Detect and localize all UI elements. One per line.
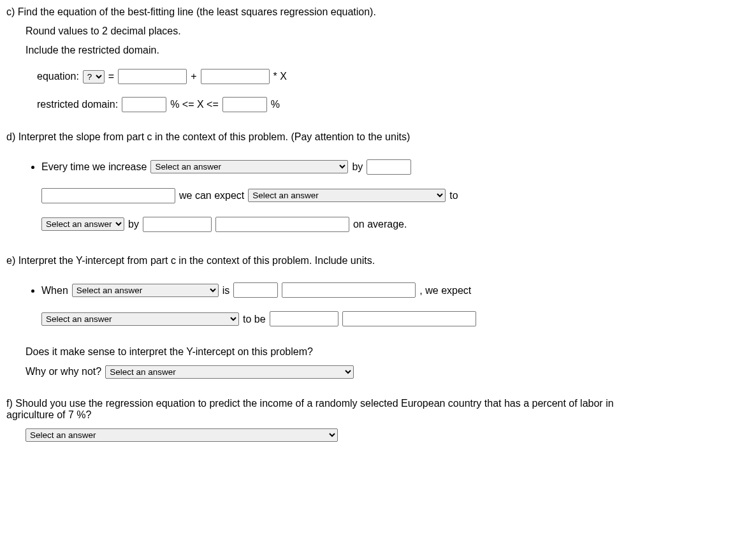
d-every-time: Every time we increase (41, 156, 147, 178)
equation-label: equation: (37, 71, 79, 82)
d-direction-select[interactable]: Select an answer (41, 217, 124, 231)
slope-input[interactable] (201, 69, 270, 84)
d-increase-select[interactable]: Select an answer (150, 160, 348, 173)
e-expect-select[interactable]: Select an answer (41, 312, 239, 326)
d-unit-input[interactable] (41, 188, 175, 203)
part-d-title: d) Interpret the slope from part c in th… (6, 131, 750, 143)
e-why: Why or why not? (25, 366, 101, 377)
pct-text: % (271, 99, 280, 110)
part-e-title: e) Interpret the Y-intercept from part c… (6, 255, 750, 266)
part-c-round: Round values to 2 decimal places. (25, 26, 750, 37)
e-is-unit-input[interactable] (282, 282, 416, 298)
plus-text: + (191, 71, 196, 82)
f-select[interactable]: Select an answer (25, 428, 338, 442)
d-we-expect: we can expect (179, 184, 244, 207)
e-when: When (41, 279, 68, 302)
e-is-input[interactable] (233, 282, 278, 298)
e-is: is (222, 279, 230, 302)
d-by-input[interactable] (367, 159, 411, 175)
domain-max-input[interactable] (222, 97, 267, 112)
e-when-select[interactable]: Select an answer (72, 284, 219, 297)
part-f-title: f) Should you use the regression equatio… (6, 398, 631, 421)
times-x-text: * X (273, 71, 287, 82)
equals-text: = (108, 71, 114, 82)
equation-var-select[interactable]: ? (83, 70, 105, 84)
d-expect-select[interactable]: Select an answer (248, 189, 446, 202)
d-amount-input[interactable] (143, 217, 212, 232)
d-on-average: on average. (353, 213, 407, 235)
domain-label: restricted domain: (37, 99, 118, 110)
pct-le-text: % <= X <= (170, 99, 219, 110)
d-unit2-input[interactable] (215, 217, 349, 232)
d-to: to (449, 184, 458, 207)
d-by: by (352, 156, 363, 178)
e-to-be: to be (243, 308, 266, 330)
e-does-sense: Does it make sense to interpret the Y-in… (25, 346, 750, 358)
e-tobe-unit-input[interactable] (342, 311, 476, 326)
e-why-select[interactable]: Select an answer (105, 365, 354, 379)
part-c-title: c) Find the equation of the best-fitting… (6, 6, 750, 18)
e-tobe-input[interactable] (270, 311, 338, 326)
intercept-input[interactable] (118, 69, 187, 84)
e-we-expect: , we expect (419, 279, 471, 302)
part-c-include: Include the restricted domain. (25, 45, 750, 56)
d-by2: by (128, 213, 139, 235)
domain-min-input[interactable] (122, 97, 166, 112)
